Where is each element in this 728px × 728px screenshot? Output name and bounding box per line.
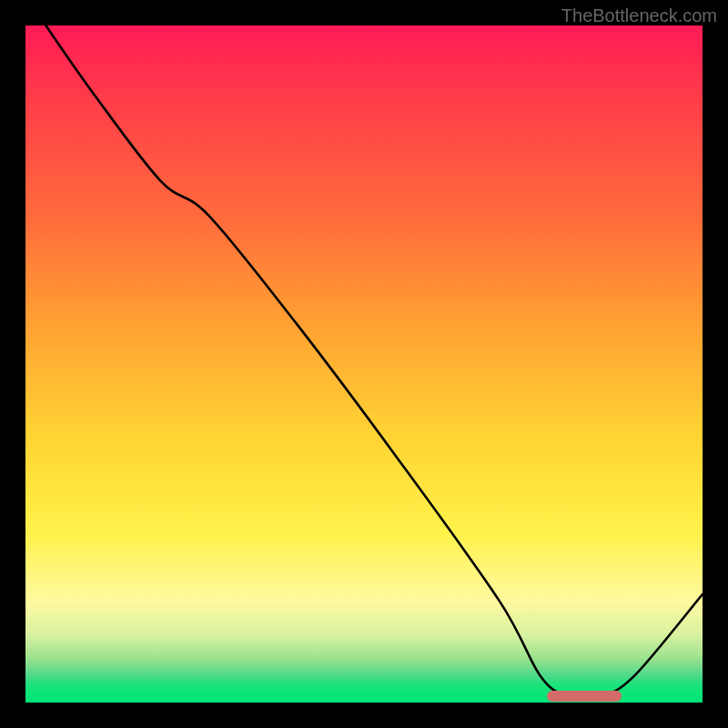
optimal-marker <box>547 691 622 702</box>
chart-root: TheBottleneck.com <box>0 0 728 728</box>
plot-area <box>25 25 703 703</box>
chart-curve <box>25 25 703 703</box>
watermark-text: TheBottleneck.com <box>561 5 717 26</box>
